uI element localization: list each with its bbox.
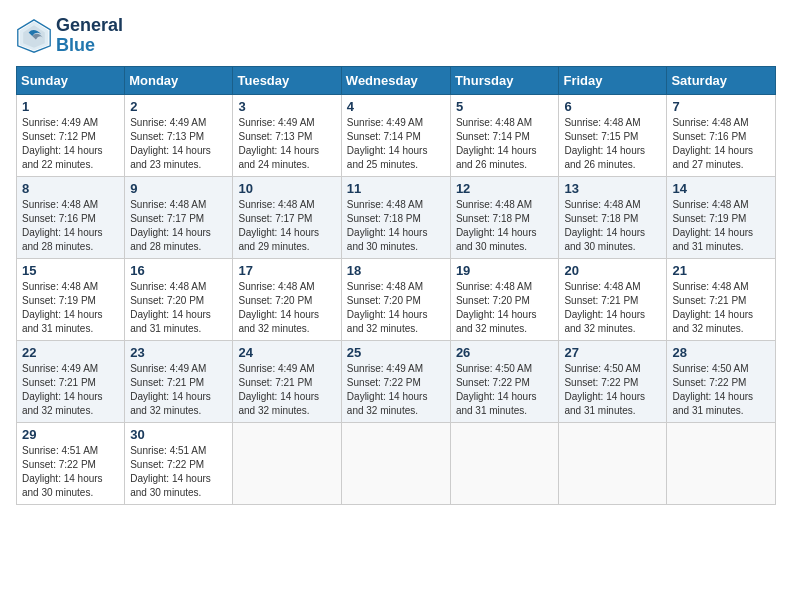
weekday-header-thursday: Thursday — [450, 66, 559, 94]
logo-icon — [16, 18, 52, 54]
calendar-cell: 30 Sunrise: 4:51 AM Sunset: 7:22 PM Dayl… — [125, 422, 233, 504]
day-number: 21 — [672, 263, 770, 278]
day-number: 7 — [672, 99, 770, 114]
day-number: 17 — [238, 263, 335, 278]
day-number: 26 — [456, 345, 554, 360]
day-number: 2 — [130, 99, 227, 114]
calendar-cell: 24 Sunrise: 4:49 AM Sunset: 7:21 PM Dayl… — [233, 340, 341, 422]
calendar-cell: 14 Sunrise: 4:48 AM Sunset: 7:19 PM Dayl… — [667, 176, 776, 258]
calendar-cell — [559, 422, 667, 504]
day-info: Sunrise: 4:48 AM Sunset: 7:19 PM Dayligh… — [672, 198, 770, 254]
day-info: Sunrise: 4:51 AM Sunset: 7:22 PM Dayligh… — [130, 444, 227, 500]
day-number: 10 — [238, 181, 335, 196]
day-number: 19 — [456, 263, 554, 278]
day-info: Sunrise: 4:49 AM Sunset: 7:13 PM Dayligh… — [238, 116, 335, 172]
day-number: 28 — [672, 345, 770, 360]
day-number: 22 — [22, 345, 119, 360]
calendar-cell — [341, 422, 450, 504]
calendar-cell: 18 Sunrise: 4:48 AM Sunset: 7:20 PM Dayl… — [341, 258, 450, 340]
day-info: Sunrise: 4:48 AM Sunset: 7:17 PM Dayligh… — [238, 198, 335, 254]
calendar-cell: 2 Sunrise: 4:49 AM Sunset: 7:13 PM Dayli… — [125, 94, 233, 176]
day-number: 3 — [238, 99, 335, 114]
calendar-cell: 5 Sunrise: 4:48 AM Sunset: 7:14 PM Dayli… — [450, 94, 559, 176]
day-number: 16 — [130, 263, 227, 278]
day-info: Sunrise: 4:48 AM Sunset: 7:18 PM Dayligh… — [347, 198, 445, 254]
day-number: 8 — [22, 181, 119, 196]
calendar-cell: 19 Sunrise: 4:48 AM Sunset: 7:20 PM Dayl… — [450, 258, 559, 340]
weekday-header-friday: Friday — [559, 66, 667, 94]
day-info: Sunrise: 4:49 AM Sunset: 7:21 PM Dayligh… — [130, 362, 227, 418]
calendar-week-5: 29 Sunrise: 4:51 AM Sunset: 7:22 PM Dayl… — [17, 422, 776, 504]
day-info: Sunrise: 4:49 AM Sunset: 7:14 PM Dayligh… — [347, 116, 445, 172]
day-info: Sunrise: 4:48 AM Sunset: 7:15 PM Dayligh… — [564, 116, 661, 172]
calendar-cell: 9 Sunrise: 4:48 AM Sunset: 7:17 PM Dayli… — [125, 176, 233, 258]
day-number: 13 — [564, 181, 661, 196]
day-number: 27 — [564, 345, 661, 360]
calendar-week-2: 8 Sunrise: 4:48 AM Sunset: 7:16 PM Dayli… — [17, 176, 776, 258]
day-number: 30 — [130, 427, 227, 442]
day-number: 4 — [347, 99, 445, 114]
day-number: 6 — [564, 99, 661, 114]
calendar-cell: 6 Sunrise: 4:48 AM Sunset: 7:15 PM Dayli… — [559, 94, 667, 176]
calendar-cell: 29 Sunrise: 4:51 AM Sunset: 7:22 PM Dayl… — [17, 422, 125, 504]
calendar-cell: 17 Sunrise: 4:48 AM Sunset: 7:20 PM Dayl… — [233, 258, 341, 340]
weekday-header-monday: Monday — [125, 66, 233, 94]
day-number: 14 — [672, 181, 770, 196]
weekday-header-saturday: Saturday — [667, 66, 776, 94]
day-info: Sunrise: 4:48 AM Sunset: 7:20 PM Dayligh… — [456, 280, 554, 336]
calendar-week-4: 22 Sunrise: 4:49 AM Sunset: 7:21 PM Dayl… — [17, 340, 776, 422]
day-info: Sunrise: 4:49 AM Sunset: 7:22 PM Dayligh… — [347, 362, 445, 418]
calendar-cell — [667, 422, 776, 504]
day-info: Sunrise: 4:50 AM Sunset: 7:22 PM Dayligh… — [456, 362, 554, 418]
calendar-cell: 23 Sunrise: 4:49 AM Sunset: 7:21 PM Dayl… — [125, 340, 233, 422]
logo-text-general: General — [56, 16, 123, 36]
weekday-header-wednesday: Wednesday — [341, 66, 450, 94]
day-number: 5 — [456, 99, 554, 114]
logo: General Blue — [16, 16, 123, 56]
calendar-cell: 4 Sunrise: 4:49 AM Sunset: 7:14 PM Dayli… — [341, 94, 450, 176]
day-info: Sunrise: 4:49 AM Sunset: 7:13 PM Dayligh… — [130, 116, 227, 172]
calendar-cell: 28 Sunrise: 4:50 AM Sunset: 7:22 PM Dayl… — [667, 340, 776, 422]
day-info: Sunrise: 4:48 AM Sunset: 7:16 PM Dayligh… — [672, 116, 770, 172]
calendar-week-3: 15 Sunrise: 4:48 AM Sunset: 7:19 PM Dayl… — [17, 258, 776, 340]
day-number: 20 — [564, 263, 661, 278]
calendar-cell: 22 Sunrise: 4:49 AM Sunset: 7:21 PM Dayl… — [17, 340, 125, 422]
day-info: Sunrise: 4:48 AM Sunset: 7:20 PM Dayligh… — [238, 280, 335, 336]
day-info: Sunrise: 4:48 AM Sunset: 7:16 PM Dayligh… — [22, 198, 119, 254]
day-info: Sunrise: 4:48 AM Sunset: 7:20 PM Dayligh… — [130, 280, 227, 336]
day-info: Sunrise: 4:48 AM Sunset: 7:21 PM Dayligh… — [564, 280, 661, 336]
day-info: Sunrise: 4:48 AM Sunset: 7:19 PM Dayligh… — [22, 280, 119, 336]
day-number: 12 — [456, 181, 554, 196]
calendar-cell: 1 Sunrise: 4:49 AM Sunset: 7:12 PM Dayli… — [17, 94, 125, 176]
day-info: Sunrise: 4:50 AM Sunset: 7:22 PM Dayligh… — [672, 362, 770, 418]
calendar-cell: 15 Sunrise: 4:48 AM Sunset: 7:19 PM Dayl… — [17, 258, 125, 340]
calendar-week-1: 1 Sunrise: 4:49 AM Sunset: 7:12 PM Dayli… — [17, 94, 776, 176]
calendar-cell: 13 Sunrise: 4:48 AM Sunset: 7:18 PM Dayl… — [559, 176, 667, 258]
calendar-cell — [233, 422, 341, 504]
day-number: 23 — [130, 345, 227, 360]
calendar-table: SundayMondayTuesdayWednesdayThursdayFrid… — [16, 66, 776, 505]
day-number: 15 — [22, 263, 119, 278]
calendar-cell: 27 Sunrise: 4:50 AM Sunset: 7:22 PM Dayl… — [559, 340, 667, 422]
weekday-header-row: SundayMondayTuesdayWednesdayThursdayFrid… — [17, 66, 776, 94]
calendar-cell: 21 Sunrise: 4:48 AM Sunset: 7:21 PM Dayl… — [667, 258, 776, 340]
day-info: Sunrise: 4:48 AM Sunset: 7:21 PM Dayligh… — [672, 280, 770, 336]
day-info: Sunrise: 4:49 AM Sunset: 7:21 PM Dayligh… — [238, 362, 335, 418]
day-info: Sunrise: 4:48 AM Sunset: 7:17 PM Dayligh… — [130, 198, 227, 254]
weekday-header-tuesday: Tuesday — [233, 66, 341, 94]
day-info: Sunrise: 4:48 AM Sunset: 7:18 PM Dayligh… — [564, 198, 661, 254]
calendar-cell: 7 Sunrise: 4:48 AM Sunset: 7:16 PM Dayli… — [667, 94, 776, 176]
calendar-cell: 26 Sunrise: 4:50 AM Sunset: 7:22 PM Dayl… — [450, 340, 559, 422]
day-info: Sunrise: 4:51 AM Sunset: 7:22 PM Dayligh… — [22, 444, 119, 500]
calendar-cell: 11 Sunrise: 4:48 AM Sunset: 7:18 PM Dayl… — [341, 176, 450, 258]
calendar-cell: 3 Sunrise: 4:49 AM Sunset: 7:13 PM Dayli… — [233, 94, 341, 176]
weekday-header-sunday: Sunday — [17, 66, 125, 94]
calendar-cell: 16 Sunrise: 4:48 AM Sunset: 7:20 PM Dayl… — [125, 258, 233, 340]
calendar-cell: 20 Sunrise: 4:48 AM Sunset: 7:21 PM Dayl… — [559, 258, 667, 340]
calendar-cell: 12 Sunrise: 4:48 AM Sunset: 7:18 PM Dayl… — [450, 176, 559, 258]
day-number: 24 — [238, 345, 335, 360]
day-number: 9 — [130, 181, 227, 196]
calendar-cell: 8 Sunrise: 4:48 AM Sunset: 7:16 PM Dayli… — [17, 176, 125, 258]
logo-text-blue: Blue — [56, 36, 123, 56]
day-number: 25 — [347, 345, 445, 360]
